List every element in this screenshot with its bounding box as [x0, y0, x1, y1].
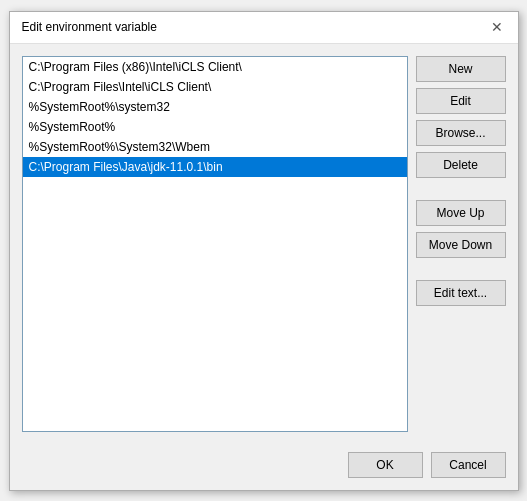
cancel-button[interactable]: Cancel	[431, 452, 506, 478]
edit-text-button[interactable]: Edit text...	[416, 280, 506, 306]
list-item[interactable]: C:\Program Files\Intel\iCLS Client\	[23, 77, 407, 97]
delete-button[interactable]: Delete	[416, 152, 506, 178]
move-down-button[interactable]: Move Down	[416, 232, 506, 258]
dialog-content: C:\Program Files (x86)\Intel\iCLS Client…	[10, 44, 518, 444]
close-button[interactable]: ✕	[488, 18, 506, 36]
env-variable-list[interactable]: C:\Program Files (x86)\Intel\iCLS Client…	[22, 56, 408, 432]
edit-env-variable-dialog: Edit environment variable ✕ C:\Program F…	[9, 11, 519, 491]
browse-button[interactable]: Browse...	[416, 120, 506, 146]
list-item[interactable]: %SystemRoot%	[23, 117, 407, 137]
action-buttons-panel: New Edit Browse... Delete Move Up Move D…	[416, 56, 506, 432]
new-button[interactable]: New	[416, 56, 506, 82]
list-item[interactable]: %SystemRoot%\System32\Wbem	[23, 137, 407, 157]
move-up-button[interactable]: Move Up	[416, 200, 506, 226]
list-item[interactable]: C:\Program Files (x86)\Intel\iCLS Client…	[23, 57, 407, 77]
dialog-title: Edit environment variable	[22, 20, 157, 34]
dialog-footer: OK Cancel	[10, 444, 518, 490]
ok-button[interactable]: OK	[348, 452, 423, 478]
title-bar: Edit environment variable ✕	[10, 12, 518, 44]
edit-button[interactable]: Edit	[416, 88, 506, 114]
list-item-selected[interactable]: C:\Program Files\Java\jdk-11.0.1\bin	[23, 157, 407, 177]
list-item[interactable]: %SystemRoot%\system32	[23, 97, 407, 117]
spacer2	[416, 264, 506, 274]
spacer	[416, 184, 506, 194]
